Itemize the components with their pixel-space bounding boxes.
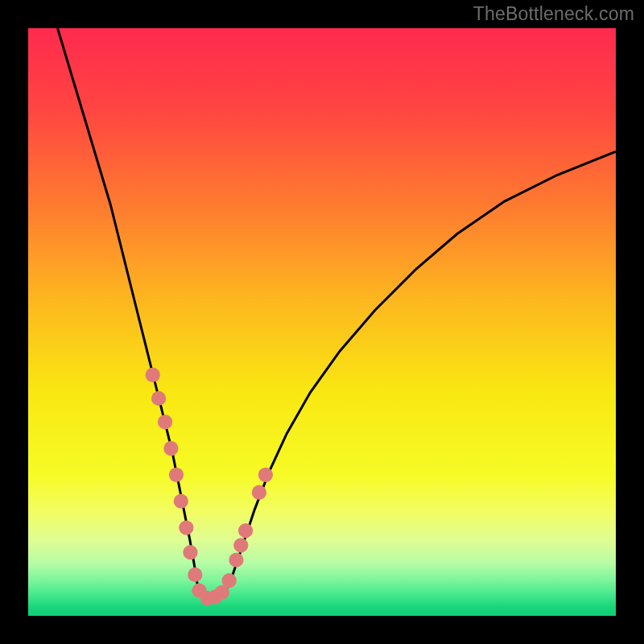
plot-area: [28, 28, 616, 616]
highlight-dot: [258, 468, 273, 482]
highlight-dot: [188, 568, 202, 582]
highlight-dot: [238, 523, 253, 538]
highlight-dots: [146, 368, 273, 606]
highlight-dot: [174, 494, 188, 509]
highlight-dot: [183, 545, 197, 559]
highlight-dot: [252, 485, 266, 500]
outer-frame: TheBottleneck.com: [0, 0, 644, 644]
highlight-dot: [169, 468, 184, 482]
highlight-dot: [179, 520, 193, 535]
bottleneck-curve: [58, 28, 617, 598]
highlight-dot: [151, 391, 166, 406]
highlight-dot: [233, 538, 248, 552]
highlight-dot: [229, 553, 243, 568]
highlight-dot: [146, 368, 160, 382]
highlight-dot: [222, 573, 237, 588]
watermark-text: TheBottleneck.com: [473, 3, 634, 25]
curve-layer: [28, 28, 616, 616]
highlight-dot: [158, 415, 172, 429]
highlight-dot: [163, 441, 178, 456]
